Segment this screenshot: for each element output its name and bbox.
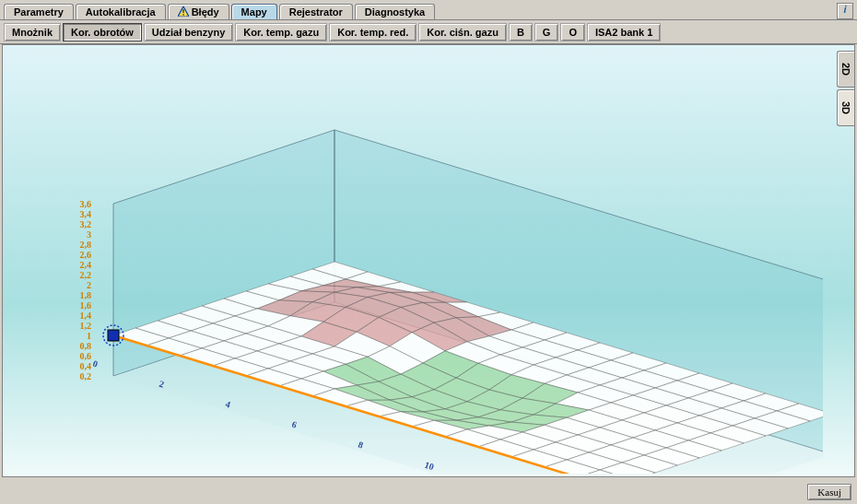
svg-text:0: 0 [91, 358, 99, 369]
svg-text:1,2: 1,2 [80, 321, 92, 331]
subtab-b[interactable]: B [509, 23, 533, 41]
svg-text:2,4: 2,4 [80, 260, 92, 270]
subtab-kor-temp-gazu[interactable]: Kor. temp. gazu [235, 23, 327, 41]
svg-text:2,6: 2,6 [80, 250, 92, 260]
tab-parametry[interactable]: Parametry [4, 4, 74, 19]
svg-text:1,8: 1,8 [80, 290, 92, 300]
subtab-udzial-benzyny[interactable]: Udział benzyny [144, 23, 233, 41]
side-tab-3d[interactable]: 3D [837, 89, 854, 126]
svg-text:1,4: 1,4 [80, 311, 92, 321]
tab-rejestrator[interactable]: Rejestrator [279, 4, 353, 19]
tab-mapy[interactable]: Mapy [231, 4, 277, 19]
svg-text:1: 1 [87, 331, 91, 341]
svg-text:3: 3 [87, 229, 91, 240]
subtab-isa2[interactable]: ISA2 bank 1 [587, 23, 661, 41]
tab-bledy-label: Błędy [192, 6, 219, 18]
chart-3d[interactable]: 0,20,40,60,811,21,41,61,822,22,42,62,833… [21, 54, 823, 474]
svg-text:0,2: 0,2 [80, 371, 92, 381]
svg-text:2,8: 2,8 [80, 240, 92, 250]
chart-main: 2D 3D 0,20,40,60,811,21,41,61,822,22,42,… [2, 44, 855, 477]
svg-text:2,2: 2,2 [80, 270, 92, 280]
svg-text:0,4: 0,4 [80, 361, 92, 371]
subtab-mnoznik[interactable]: Mnożnik [4, 23, 61, 41]
svg-text:3,4: 3,4 [80, 209, 92, 219]
svg-text:0,6: 0,6 [80, 351, 92, 361]
kasuj-button[interactable]: Kasuj [807, 484, 851, 500]
tab-autokalibracja[interactable]: Autokalibracja [76, 4, 166, 19]
side-tab-2d[interactable]: 2D [837, 51, 854, 88]
info-button[interactable]: i [837, 3, 853, 19]
subtab-kor-cisn-gazu[interactable]: Kor. ciśn. gazu [418, 23, 507, 41]
svg-rect-1 [182, 9, 183, 13]
tab-bledy[interactable]: Błędy [168, 4, 229, 19]
subtab-o[interactable]: O [560, 23, 585, 41]
svg-text:2: 2 [87, 280, 91, 290]
subtab-g[interactable]: G [534, 23, 559, 41]
svg-text:3,6: 3,6 [80, 199, 92, 209]
svg-text:0,8: 0,8 [80, 341, 92, 351]
tab-diagnostyka[interactable]: Diagnostyka [355, 4, 435, 19]
subtab-kor-obrotow[interactable]: Kor. obrotów [63, 23, 142, 41]
map-subtabs: Mnożnik Kor. obrotów Udział benzyny Kor.… [0, 20, 857, 44]
main-tabs: Parametry Autokalibracja Błędy Mapy Reje… [0, 0, 857, 20]
svg-rect-2 [182, 14, 183, 16]
warning-icon [178, 6, 189, 17]
svg-text:1,6: 1,6 [80, 300, 92, 311]
svg-text:3,2: 3,2 [80, 219, 92, 229]
subtab-kor-temp-red[interactable]: Kor. temp. red. [329, 23, 417, 41]
svg-rect-184 [108, 330, 119, 341]
